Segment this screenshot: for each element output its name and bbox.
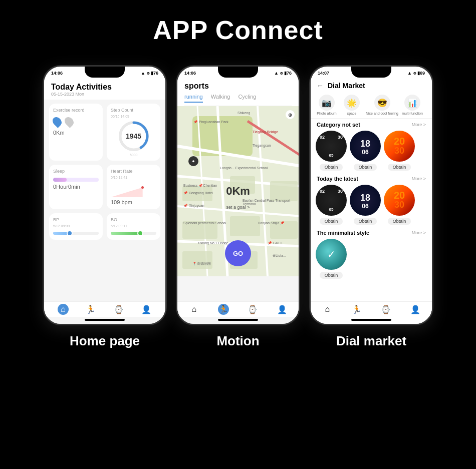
bo-sub: 5/12 09:17 — [111, 224, 156, 228]
motion-nav-run[interactable]: 🏃 — [218, 304, 229, 315]
obtain-btn-2-1[interactable]: Obtain — [320, 218, 343, 225]
dial-back-btn[interactable]: ← — [317, 82, 324, 90]
dial-cat-photo[interactable]: 📷 Photo album — [316, 95, 338, 115]
dial-nav-home[interactable]: ⌂ — [322, 304, 333, 315]
watch-2-1: 02 30 05 Obtain — [316, 185, 347, 225]
motion-home-bar — [218, 319, 258, 321]
wifi-icon: ⌾ — [147, 71, 149, 76]
home-nav: ⌂ 🏃 ⌚ 👤 — [44, 301, 165, 317]
signal-icon-m: ▲ — [274, 71, 279, 76]
motion-nav-home[interactable]: ⌂ — [188, 304, 199, 315]
section-title-1: Category not set — [317, 122, 360, 128]
watch-2-3: 20 30 Obtain — [384, 185, 415, 225]
watch-1-3: 20 30 Obtain — [384, 131, 415, 171]
photo-album-icon: 📷 — [319, 95, 335, 111]
bp-indicator — [67, 230, 73, 236]
hr-sub: 5/15 12:41 — [111, 176, 156, 179]
multi-label: multi-function — [402, 112, 423, 115]
svg-line-10 — [248, 121, 299, 156]
more-1[interactable]: More > — [412, 122, 426, 127]
map-marker: ● — [188, 156, 198, 166]
motion-nav-watch[interactable]: ⌚ — [247, 304, 258, 315]
wf-06b-text: 06 — [362, 203, 368, 210]
watches-row-2: 02 30 05 Obtain 18 06 Obtain — [311, 183, 432, 227]
wf-30c-text: 30 — [338, 189, 343, 194]
obtain-btn-2-3[interactable]: Obtain — [388, 218, 411, 225]
obtain-btn-1-1[interactable]: Obtain — [320, 164, 343, 171]
dial-cat-cool[interactable]: 😎 Nice and cool feeling — [366, 95, 398, 115]
bp-card: BP 5/12 09:09 — [49, 213, 103, 240]
watch-face-blue-1[interactable]: 18 06 — [350, 131, 381, 162]
bp-title: BP — [53, 217, 99, 222]
nav-profile-icon[interactable]: 👤 — [141, 304, 152, 315]
exercise-value: 0Km — [53, 130, 99, 136]
label-school: Longsh... Experimental School — [220, 166, 268, 170]
dial-cat-multi[interactable]: 📊 multi-function — [401, 95, 423, 115]
section-minimalist: The minimalist style More > — [311, 227, 432, 237]
obtain-btn-2-2[interactable]: Obtain — [354, 218, 377, 225]
dial-cat-space[interactable]: 🌟 space — [341, 95, 363, 115]
section-title-3: The minimalist style — [317, 230, 369, 236]
signal-icon-d: ▲ — [407, 71, 412, 76]
label-business: Business 📌Chentian — [183, 184, 217, 188]
step-goal: 5000 — [111, 153, 156, 157]
map-area: Shikeng 📌 Pingluanshan Park Tiegang Brid… — [177, 106, 299, 276]
watch-1-2: 18 06 Obtain — [350, 131, 381, 171]
step-circle: 1945 — [119, 121, 149, 151]
cool-icon: 😎 — [374, 95, 390, 111]
dial-categories: 📷 Photo album 🌟 space 😎 Nice and cool fe… — [311, 92, 432, 119]
watch-face-blue-2[interactable]: 18 06 — [350, 185, 381, 216]
tab-walking[interactable]: Walking — [211, 94, 230, 103]
step-count-card: Step Count 05/15 14:09 1945 5000 — [107, 104, 160, 161]
battery-icon-d: ▮69 — [417, 71, 425, 76]
motion-nav: ⌂ 🏃 ⌚ 👤 — [177, 301, 299, 317]
watch-face-dark-1[interactable]: 02 30 05 — [316, 131, 347, 162]
watch-face-orange-2[interactable]: 20 30 — [384, 185, 415, 216]
nav-home-icon[interactable]: ⌂ — [58, 304, 69, 315]
hr-dot — [141, 186, 144, 189]
nav-watch-icon[interactable]: ⌚ — [113, 304, 124, 315]
tab-running[interactable]: running — [184, 94, 203, 103]
obtain-btn-3-1[interactable]: Obtain — [320, 272, 343, 279]
phone-motion-wrapper: 14:06 ▲ ⌾ ▮76 sports running Walking Cyc… — [176, 65, 300, 349]
watch-face-teal[interactable]: ✓ — [316, 239, 347, 270]
phone-dial-status: 14:07 ▲ ⌾ ▮69 — [311, 67, 432, 78]
dial-nav-watch[interactable]: ⌚ — [380, 304, 391, 315]
obtain-btn-1-3[interactable]: Obtain — [388, 164, 411, 171]
marker-icon: ● — [192, 159, 194, 164]
wf-18-text: 18 — [360, 139, 370, 149]
section-latest: Today the latest More > — [311, 173, 432, 183]
sleep-value: 0Hour0min — [53, 184, 99, 190]
dial-market-title: Dial Market — [328, 82, 365, 90]
hr-chart — [111, 182, 156, 197]
phone-dial-label: Dial market — [336, 333, 406, 349]
heart-rate-card: Heart Rate 5/15 12:41 109 bpm — [107, 165, 160, 209]
motion-tabs: running Walking Cycling — [184, 94, 292, 106]
tab-cycling[interactable]: Cycling — [238, 94, 256, 103]
multi-icon: 📊 — [404, 95, 420, 111]
more-2[interactable]: More > — [412, 176, 426, 181]
wifi-icon-d: ⌾ — [413, 71, 416, 76]
map-goal: set a goal > — [226, 205, 250, 210]
dial-nav-run[interactable]: 🏃 — [351, 304, 362, 315]
phone-home-content: Today Activities 05-15-2023 Mon Exercise… — [44, 78, 165, 324]
dial-nav-profile[interactable]: 👤 — [410, 304, 421, 315]
nav-activity-icon[interactable]: 🏃 — [85, 304, 96, 315]
obtain-btn-1-2[interactable]: Obtain — [354, 164, 377, 171]
battery-icon: ▮76 — [151, 71, 158, 76]
motion-nav-profile[interactable]: 👤 — [277, 304, 288, 315]
phone-dial-wrapper: 14:07 ▲ ⌾ ▮69 ← Dial Market 📷 — [309, 65, 433, 349]
status-icons-motion: ▲ ⌾ ▮76 — [274, 71, 292, 76]
phone-home-wrapper: 14:06 ▲ ⌾ ▮76 Today Activities 05-15-202… — [43, 65, 167, 349]
bo-card: BO 5/12 09:17 — [107, 213, 160, 240]
more-3[interactable]: More > — [412, 230, 426, 235]
wf-30-text: 30 — [338, 135, 343, 140]
watch-face-orange-1[interactable]: 20 30 — [384, 131, 415, 162]
watch-face-dark-2[interactable]: 02 30 05 — [316, 185, 347, 216]
map-distance: 0Km — [226, 185, 250, 198]
phone-home-status: 14:06 ▲ ⌾ ▮76 — [44, 67, 165, 78]
label-splendid: Splendid perimental School — [183, 221, 226, 225]
go-button[interactable]: GO — [225, 240, 251, 266]
map-compass: ⊕ — [286, 110, 295, 119]
phone-dial-content: ← Dial Market 📷 Photo album 🌟 space — [311, 78, 432, 324]
